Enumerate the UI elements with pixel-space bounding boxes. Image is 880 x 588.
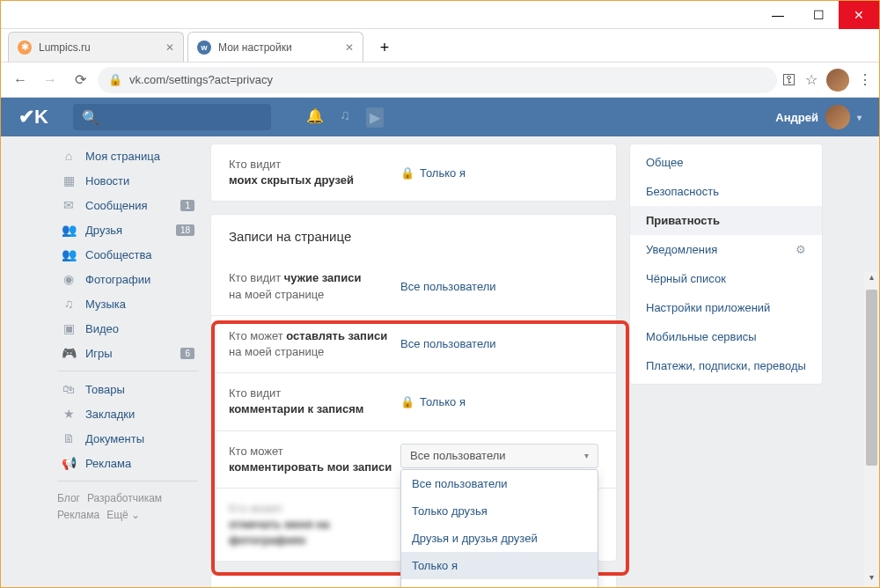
sidebar-item-market[interactable]: 🛍Товары <box>57 377 198 401</box>
sidebar-item-documents[interactable]: 🗎Документы <box>57 426 198 451</box>
avatar <box>825 105 850 129</box>
divider <box>57 371 198 371</box>
vk-logo[interactable]: ✔K <box>18 106 48 129</box>
back-button[interactable]: ← <box>8 68 33 92</box>
notifications-icon[interactable]: 🔔 <box>306 107 324 128</box>
vk-search-input[interactable]: 🔍 <box>73 104 271 130</box>
subnav-privacy[interactable]: Приватность <box>630 206 822 235</box>
setting-label-bold: оставлять записи <box>286 329 387 342</box>
window-titlebar: — ☐ ✕ <box>1 1 879 29</box>
setting-label-line: Кто может <box>229 329 286 342</box>
subnav-security[interactable]: Безопасность <box>630 177 822 206</box>
chevron-down-icon: ▾ <box>584 451 589 460</box>
dropdown-option-fof[interactable]: Друзья и друзья друзей <box>401 525 598 552</box>
sidebar-item-ads[interactable]: 📢Реклама <box>57 451 198 475</box>
subnav-notifications[interactable]: Уведомления⚙ <box>630 235 822 264</box>
documents-icon: 🗎 <box>61 431 77 445</box>
dropdown-option-all[interactable]: Все пользователи <box>401 470 598 497</box>
sidebar-item-news[interactable]: ▦Новости <box>57 168 198 193</box>
lock-icon: 🔒 <box>400 166 414 180</box>
video-icon: ▣ <box>61 321 77 335</box>
vk-left-sidebar: ⌂Моя страница ▦Новости ✉Сообщения1 👥Друз… <box>57 143 198 587</box>
sidebar-item-communities[interactable]: 👥Сообщества <box>57 242 198 267</box>
settings-subnav: Общее Безопасность Приватность Уведомлен… <box>629 143 823 385</box>
sidebar-item-label: Видео <box>85 322 119 335</box>
setting-value-link[interactable]: Все пользователи <box>400 328 496 360</box>
password-key-icon[interactable]: ⚿ <box>782 72 796 88</box>
dropdown-option-only-me[interactable]: Только я <box>401 552 598 579</box>
sidebar-item-my-page[interactable]: ⌂Моя страница <box>57 143 198 168</box>
privacy-dropdown-button[interactable]: Все пользователи ▾ <box>400 444 598 468</box>
setting-value-link[interactable]: 🔒Только я <box>400 386 466 417</box>
vk-user-menu[interactable]: Андрей ▾ <box>775 105 862 129</box>
browser-tab-lumpics[interactable]: ✱ Lumpics.ru ✕ <box>8 32 184 62</box>
window-close-button[interactable]: ✕ <box>839 1 879 29</box>
search-icon: 🔍 <box>82 109 99 126</box>
subnav-app-settings[interactable]: Настройки приложений <box>630 293 822 322</box>
tab-title: Мои настройки <box>218 41 292 54</box>
sidebar-item-messages[interactable]: ✉Сообщения1 <box>57 193 198 217</box>
subnav-general[interactable]: Общее <box>630 148 822 177</box>
new-tab-button[interactable]: + <box>372 35 397 60</box>
scroll-up-button[interactable]: ▴ <box>864 272 879 287</box>
setting-label-bold: моих скрытых друзей <box>229 173 354 187</box>
lock-icon: 🔒 <box>108 73 122 86</box>
sidebar-item-label: Сообщения <box>85 199 148 212</box>
music-icon[interactable]: ♫ <box>340 107 350 128</box>
dropdown-option-all-except[interactable]: Все, кроме.. <box>401 579 598 588</box>
scrollbar-thumb[interactable] <box>866 290 877 466</box>
privacy-dropdown-menu: Все пользователи Только друзья Друзья и … <box>400 469 598 588</box>
favicon-lumpics-icon: ✱ <box>18 40 32 55</box>
sidebar-item-bookmarks[interactable]: ★Закладки <box>57 401 198 426</box>
setting-row: Кто видитмоих скрытых друзей 🔒Только я <box>211 144 616 201</box>
window-minimize-button[interactable]: — <box>758 1 798 29</box>
subnav-blacklist[interactable]: Чёрный список <box>630 264 822 293</box>
close-icon[interactable]: ✕ <box>165 41 174 54</box>
setting-label-line: на моей странице <box>229 288 324 301</box>
sidebar-item-games[interactable]: 🎮Игры6 <box>57 341 198 365</box>
player-icon[interactable]: ▶ <box>366 107 384 128</box>
gear-icon[interactable]: ⚙ <box>796 243 806 256</box>
setting-value-link[interactable]: 🔒Только я <box>400 157 466 188</box>
footer-link-ads[interactable]: Реклама <box>57 509 99 521</box>
window-maximize-button[interactable]: ☐ <box>798 1 839 29</box>
setting-label-bold: комментарии к записям <box>229 402 363 415</box>
badge: 18 <box>176 224 194 236</box>
footer-link-blog[interactable]: Блог <box>57 492 80 504</box>
menu-button[interactable]: ⋮ <box>858 71 872 88</box>
setting-label-line: Кто видит <box>229 386 281 400</box>
sidebar-item-friends[interactable]: 👥Друзья18 <box>57 217 198 242</box>
footer-link-devs[interactable]: Разработчикам <box>87 492 162 504</box>
sidebar-item-video[interactable]: ▣Видео <box>57 316 198 341</box>
favicon-vk-icon: w <box>197 40 211 55</box>
divider <box>57 481 198 481</box>
subnav-mobile[interactable]: Мобильные сервисы <box>630 322 822 351</box>
forward-button[interactable]: → <box>38 68 62 92</box>
url-input[interactable]: 🔒 vk.com/settings?act=privacy <box>98 67 777 93</box>
setting-value-text: Только я <box>420 166 466 180</box>
footer-link-more[interactable]: Ещё ⌄ <box>106 509 140 521</box>
setting-label-bold: чужие записи <box>284 271 362 284</box>
communities-icon: 👥 <box>61 247 77 261</box>
dropdown-option-friends[interactable]: Только друзья <box>401 497 598 525</box>
vertical-scrollbar[interactable]: ▴ ▾ <box>864 272 879 587</box>
bookmarks-icon: ★ <box>61 407 77 421</box>
profile-avatar-button[interactable] <box>826 69 849 92</box>
reload-button[interactable]: ⟳ <box>68 68 92 92</box>
sidebar-item-music[interactable]: ♫Музыка <box>57 291 198 316</box>
browser-tab-vk-settings[interactable]: w Мои настройки ✕ <box>187 32 363 62</box>
subnav-payments[interactable]: Платежи, подписки, переводы <box>630 351 822 380</box>
setting-label-line: Кто может <box>229 502 283 515</box>
setting-label-line: на моей странице <box>229 345 324 358</box>
wall-posts-section: Записи на странице Кто видит чужие запис… <box>210 214 617 562</box>
scroll-down-button[interactable]: ▾ <box>864 572 879 587</box>
browser-toolbar: ← → ⟳ 🔒 vk.com/settings?act=privacy ⚿ ☆ … <box>1 62 879 98</box>
browser-tabs-bar: ✱ Lumpics.ru ✕ w Мои настройки ✕ + <box>1 29 879 62</box>
close-icon[interactable]: ✕ <box>345 41 354 54</box>
sidebar-item-label: Новости <box>85 174 129 187</box>
bookmark-icon[interactable]: ☆ <box>805 71 818 88</box>
setting-value-link[interactable]: Все пользователи <box>400 270 496 302</box>
photos-icon: ◉ <box>61 272 77 286</box>
setting-label-bold: комментировать мои записи <box>229 460 392 474</box>
sidebar-item-photos[interactable]: ◉Фотографии <box>57 267 198 291</box>
